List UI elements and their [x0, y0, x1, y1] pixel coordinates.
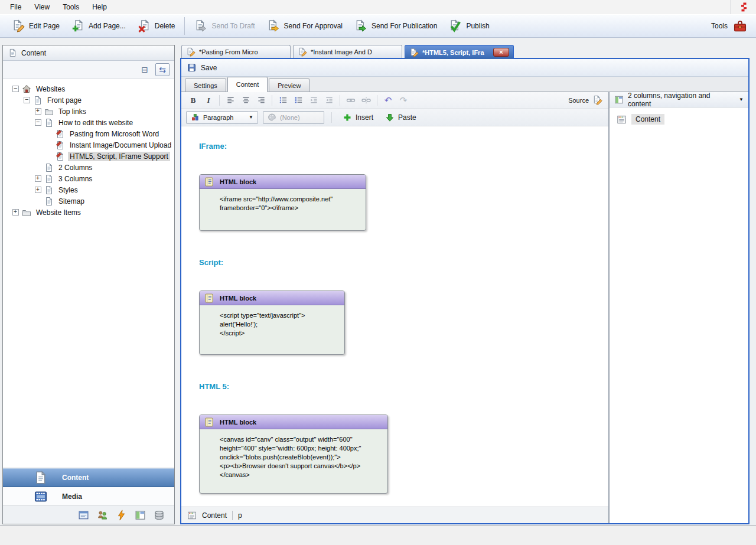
users-icon[interactable] — [97, 510, 108, 521]
collapse-all-button[interactable]: ⊟ — [138, 63, 152, 76]
format-select[interactable]: Paragraph ▼ — [186, 111, 258, 124]
tab-content[interactable]: Content — [227, 77, 268, 92]
placeholder-item-content[interactable]: Content — [617, 114, 748, 125]
tree-item-front-page[interactable]: Front page — [3, 94, 174, 106]
tree-item-label: Top links — [57, 107, 88, 116]
tree-item-styles[interactable]: Styles — [3, 184, 174, 195]
delete-button[interactable]: Delete — [132, 17, 181, 35]
divider — [272, 95, 272, 106]
tree-item-sitemap[interactable]: Sitemap — [3, 195, 174, 207]
tree-item-html5-support[interactable]: HTML5, Script, IFrame Support — [3, 151, 174, 162]
html-block-widget[interactable]: HTML block <iframe src="http://www.compo… — [199, 174, 366, 231]
database-icon[interactable] — [154, 510, 165, 521]
outdent-button — [307, 94, 321, 107]
functions-window-icon[interactable] — [78, 510, 89, 521]
close-tab-button[interactable]: × — [493, 48, 509, 57]
doc-tab-html5-active[interactable]: *HTML5, Script, IFra × — [405, 45, 514, 59]
code-line: <p><b>Browser doesn't support canvas</b>… — [220, 462, 382, 471]
status-element-path[interactable]: p — [238, 511, 242, 520]
undo-button[interactable]: ↶ — [381, 94, 395, 107]
tree-item-label: Styles — [57, 185, 80, 195]
editor-area: *Pasting From Micro *Instant Image And D… — [180, 45, 750, 524]
collapse-expander-icon[interactable] — [35, 119, 41, 126]
tree-item-3-columns[interactable]: 3 Columns — [3, 173, 174, 184]
add-page-button[interactable]: Add Page... — [66, 17, 132, 35]
align-right-button[interactable] — [254, 94, 268, 107]
main-toolbar: Edit Page Add Page... Delete Send To Dra… — [0, 14, 756, 38]
send-for-publication-label: Send For Publication — [372, 22, 437, 30]
publish-button[interactable]: Publish — [443, 17, 495, 35]
expand-expander-icon[interactable] — [35, 187, 41, 193]
doc-tab-pasting-from-word[interactable]: *Pasting From Micro — [181, 45, 291, 58]
status-scope: Content — [202, 511, 227, 520]
code-line: frameborder="0"></iframe> — [220, 204, 360, 213]
html-block-widget[interactable]: HTML block <canvas id="canv" class="outp… — [199, 415, 388, 494]
menu-bar: File View Tools Help — [0, 0, 756, 14]
numbered-list-button[interactable] — [291, 94, 305, 107]
link-tree-to-editor-button[interactable]: ⇆ — [155, 63, 170, 76]
folder-icon — [44, 107, 54, 116]
save-button[interactable]: Save — [201, 64, 217, 72]
section-script: Script: HTML block <script type="text/ja… — [199, 258, 608, 355]
bold-button[interactable]: B — [186, 94, 200, 107]
tree-item-how-to-edit[interactable]: How to edit this website — [3, 117, 174, 128]
editing-canvas[interactable]: IFrame: HTML block <iframe src="http://w… — [181, 126, 608, 507]
collapse-expander-icon[interactable] — [12, 86, 19, 92]
style-select: (None) — [263, 111, 324, 124]
perspective-content[interactable]: Content — [3, 468, 174, 487]
align-center-button[interactable] — [239, 94, 253, 107]
expand-expander-icon[interactable] — [12, 209, 19, 216]
perspective-media[interactable]: Media — [3, 487, 174, 506]
green-down-arrow-icon — [385, 113, 395, 122]
tab-settings[interactable]: Settings — [185, 79, 226, 92]
tab-preview[interactable]: Preview — [269, 79, 309, 92]
source-view-button[interactable]: Source — [568, 95, 604, 105]
edit-page-button[interactable]: Edit Page — [6, 17, 66, 35]
html-block-header: HTML block — [200, 415, 387, 429]
menu-tools[interactable]: Tools — [56, 1, 86, 13]
html-block-widget[interactable]: HTML block <script type="text/javascript… — [199, 291, 345, 355]
redo-icon: ↷ — [400, 95, 408, 106]
insert-button[interactable]: Insert — [339, 113, 377, 122]
menu-help[interactable]: Help — [86, 1, 113, 13]
html-block-header: HTML block — [200, 175, 366, 189]
paste-button[interactable]: Paste — [382, 113, 420, 122]
tree-item-websites[interactable]: Websites — [3, 83, 174, 94]
tree-item-pasting-word[interactable]: Pasting from Microsoft Word — [3, 128, 174, 139]
italic-button[interactable]: I — [201, 94, 216, 107]
unlink-icon — [361, 96, 371, 105]
expander-spacer — [46, 153, 53, 159]
expander-spacer — [35, 198, 41, 204]
doc-tab-instant-image[interactable]: *Instant Image And D — [293, 45, 402, 58]
expand-expander-icon[interactable] — [35, 175, 41, 182]
bullet-list-button[interactable] — [276, 94, 290, 107]
palette-icon — [268, 113, 276, 122]
format-select-value: Paragraph — [203, 114, 233, 121]
menu-view[interactable]: View — [28, 1, 56, 13]
menu-file[interactable]: File — [4, 1, 28, 13]
page-icon — [44, 185, 54, 195]
tree-item-instant-upload[interactable]: Instant Image/Document Upload — [3, 139, 174, 151]
indent-button — [322, 94, 336, 107]
send-for-publication-button[interactable]: Send For Publication — [348, 17, 443, 35]
section-heading: Script: — [199, 258, 608, 267]
tree-item-website-items[interactable]: Website Items — [3, 207, 174, 218]
doc-tab-label: *Pasting From Micro — [199, 48, 286, 56]
format-blocks-icon — [191, 113, 200, 122]
align-left-button[interactable] — [223, 94, 237, 107]
html-block-title: HTML block — [220, 295, 256, 302]
tools-button[interactable]: Tools — [711, 19, 750, 33]
expand-expander-icon[interactable] — [35, 108, 41, 115]
layout-icon[interactable] — [135, 510, 146, 521]
lightning-icon[interactable] — [116, 510, 127, 521]
send-for-approval-button[interactable]: Send For Approval — [261, 17, 348, 35]
collapse-expander-icon[interactable] — [24, 97, 30, 103]
workspace: Content ⊟ ⇆ Websites Front page — [0, 38, 756, 526]
template-dropdown[interactable]: 2 columns, navigation and content ▼ — [610, 92, 748, 107]
explorer-toolbar: ⊟ ⇆ — [3, 61, 174, 79]
tree-item-2-columns[interactable]: 2 Columns — [3, 162, 174, 173]
expander-spacer — [46, 130, 53, 137]
scroll-icon — [204, 177, 214, 187]
composite-logo-icon — [739, 2, 749, 12]
tree-item-top-links[interactable]: Top links — [3, 106, 174, 117]
